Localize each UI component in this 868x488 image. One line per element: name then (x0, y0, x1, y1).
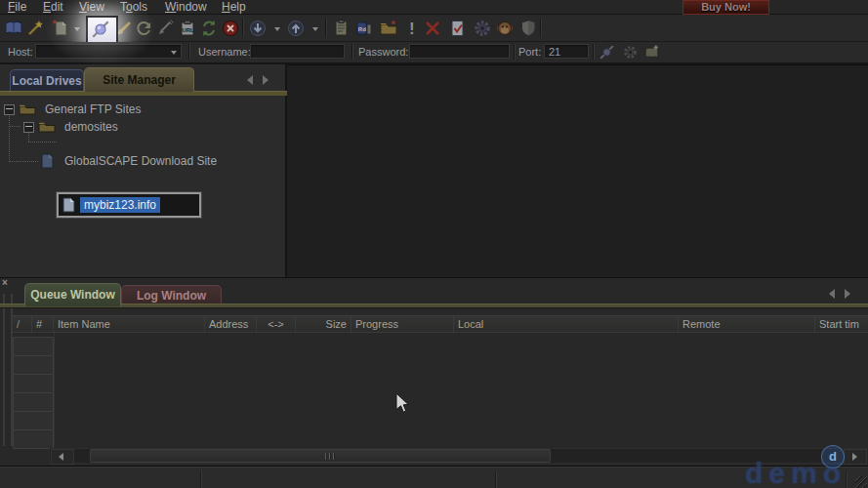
mouse-cursor (395, 392, 411, 418)
connect-icon (90, 19, 111, 40)
scrollbar-grip (325, 453, 335, 460)
status-bar (0, 466, 868, 488)
queue-row (13, 429, 54, 449)
tree-connector (9, 113, 11, 162)
column-local[interactable]: Local (454, 316, 679, 332)
queue-row (13, 374, 54, 393)
new-folder-icon[interactable] (379, 19, 398, 38)
quick-connect-icon[interactable] (599, 44, 615, 61)
panel-drag-grip[interactable] (3, 294, 13, 446)
remote-pane-empty (287, 64, 868, 278)
copy-url-icon[interactable]: URL (178, 19, 197, 38)
add-to-site-manager-icon[interactable] (643, 44, 660, 61)
tab-queue-window[interactable]: Queue Window (24, 283, 121, 306)
password-field[interactable] (409, 44, 510, 59)
queue-row (13, 355, 54, 375)
menu-window[interactable]: Window (165, 0, 207, 14)
host-combo[interactable] (35, 44, 182, 59)
scrollbar-thumb[interactable] (90, 449, 551, 463)
host-label: Host: (8, 46, 33, 58)
column-address[interactable]: Address (205, 316, 257, 332)
connect-button-highlight[interactable] (86, 16, 118, 45)
rename-selected-text[interactable]: mybiz123.info (80, 197, 160, 213)
tree-item-demosites[interactable]: demosites (64, 120, 118, 134)
upload-dropdown-icon[interactable] (312, 27, 318, 31)
tree-connector (9, 126, 21, 128)
tree-connector (9, 161, 38, 163)
port-label: Port: (518, 46, 541, 58)
queue-panel: × Queue Window Log Window / # Item Name … (0, 277, 868, 467)
queue-row (13, 392, 54, 412)
collapse-toggle[interactable] (23, 122, 34, 133)
tab-site-manager[interactable]: Site Manager (84, 67, 194, 92)
column-start-time[interactable]: Start tim (815, 316, 868, 332)
column-status[interactable]: / (13, 316, 32, 332)
statusbar-separator (495, 471, 497, 488)
cancel-transfer-icon[interactable] (155, 19, 175, 38)
site-document-icon (41, 153, 54, 169)
queue-empty-rows (13, 338, 54, 449)
connection-wizard-icon[interactable] (26, 19, 46, 38)
tab-local-drives[interactable]: Local Drives (10, 69, 84, 92)
properties-icon[interactable] (448, 19, 468, 38)
quick-settings-gear-icon[interactable] (622, 44, 639, 61)
priority-icon[interactable]: ! (402, 19, 422, 38)
svg-text:URL: URL (183, 27, 194, 33)
column-progress[interactable]: Progress (351, 316, 454, 332)
queue-tab-scroll-right-icon[interactable] (845, 289, 850, 299)
menu-tools[interactable]: Tools (120, 0, 147, 14)
grid-line (54, 333, 55, 446)
view-log-icon[interactable]: Rd (354, 19, 374, 38)
scroll-right-button[interactable] (844, 449, 867, 465)
new-site-dropdown-icon[interactable] (74, 27, 80, 31)
help-support-icon[interactable] (495, 19, 515, 38)
tab-scroll-left-icon[interactable] (247, 75, 253, 85)
port-field[interactable]: 21 (544, 44, 589, 59)
column-item-name[interactable]: Item Name (54, 316, 205, 332)
column-direction[interactable]: <-> (257, 316, 296, 332)
host-dropdown-icon[interactable] (171, 51, 177, 55)
tab-scroll-right-icon[interactable] (263, 75, 269, 85)
refresh-icon[interactable] (199, 19, 219, 38)
column-number[interactable]: # (32, 316, 54, 332)
download-dropdown-icon[interactable] (274, 27, 280, 31)
folder-icon (19, 102, 36, 115)
menu-edit[interactable]: Edit (43, 0, 63, 14)
address-book-icon[interactable] (4, 19, 23, 38)
settings-gear-icon[interactable] (473, 19, 492, 38)
toolbar-separator (540, 19, 542, 37)
new-site-icon[interactable] (51, 19, 70, 38)
stop-icon[interactable] (221, 19, 240, 38)
toolbar-separator (325, 19, 327, 37)
download-icon[interactable] (248, 19, 268, 38)
quickbar-separator (188, 44, 190, 60)
scroll-right-icon (852, 453, 857, 461)
buy-now-button[interactable]: Buy Now! (682, 0, 769, 15)
session-notes-icon[interactable] (332, 19, 351, 38)
resize-grip[interactable] (855, 476, 867, 488)
toolbar-separator (242, 19, 244, 37)
collapse-toggle[interactable] (4, 104, 15, 115)
delete-icon[interactable] (423, 19, 442, 38)
menu-help[interactable]: Help (222, 0, 246, 14)
tree-item-general-ftp-sites[interactable]: General FTP Sites (45, 102, 141, 116)
watermark-text: demo (745, 457, 847, 488)
scroll-left-icon (59, 453, 63, 461)
security-shield-icon[interactable] (518, 19, 538, 38)
cuteftp-window: File Edit View Tools Window Help Buy Now… (0, 0, 868, 488)
scroll-left-button[interactable] (51, 449, 74, 465)
column-size[interactable]: Size (296, 316, 351, 332)
column-remote[interactable]: Remote (679, 316, 815, 332)
upload-icon[interactable] (286, 19, 306, 38)
quickbar-separator (351, 44, 353, 60)
rename-edit-box[interactable]: mybiz123.info (57, 192, 201, 218)
site-document-icon (62, 197, 75, 213)
tree-item-globalscape-download-site[interactable]: GlobalSCAPE Download Site (64, 154, 217, 168)
queue-tab-scroll-left-icon[interactable] (829, 289, 835, 299)
reconnect-icon[interactable] (135, 19, 154, 38)
close-panel-icon[interactable]: × (2, 278, 12, 288)
username-field[interactable] (250, 44, 345, 59)
menu-file[interactable]: File (8, 0, 26, 14)
menu-view[interactable]: View (79, 0, 104, 14)
svg-text:Rd: Rd (358, 26, 366, 32)
